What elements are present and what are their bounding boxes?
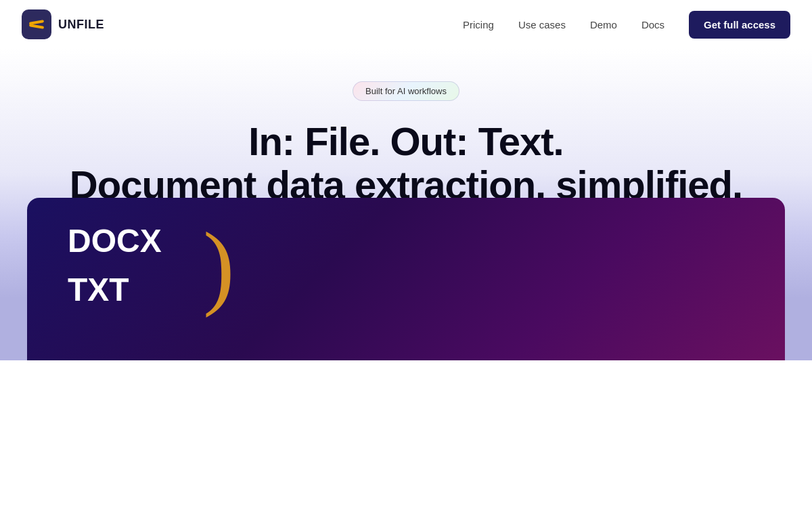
- logo-group: UNFILE: [22, 9, 104, 39]
- hero-section: Built for AI workflows In: File. Out: Te…: [0, 49, 812, 360]
- nav-link-demo[interactable]: Demo: [590, 19, 617, 30]
- file-type-txt: TXT: [68, 274, 162, 306]
- nav-link-pricing[interactable]: Pricing: [463, 19, 494, 30]
- logo-text: UNFILE: [58, 18, 104, 32]
- hero-badge: Built for AI workflows: [353, 81, 459, 101]
- hero-heading: In: File. Out: Text. Document data extra…: [70, 120, 742, 207]
- nav-cta-button[interactable]: Get full access: [689, 11, 790, 39]
- nav-links: Pricing Use cases Demo Docs Get full acc…: [463, 11, 790, 39]
- navbar: UNFILE Pricing Use cases Demo Docs Get f…: [0, 0, 812, 49]
- svg-rect-1: [29, 24, 44, 29]
- file-type-docx: DOCX: [68, 225, 162, 257]
- logo-icon: [22, 9, 51, 39]
- hero-heading-line1: In: File. Out: Text.: [248, 119, 563, 163]
- bracket-graphic: ): [203, 218, 235, 313]
- demo-card-content: DOCX TXT: [68, 225, 162, 306]
- nav-link-use-cases[interactable]: Use cases: [518, 19, 566, 30]
- demo-card: DOCX TXT ): [27, 198, 785, 360]
- nav-link-docs[interactable]: Docs: [641, 19, 664, 30]
